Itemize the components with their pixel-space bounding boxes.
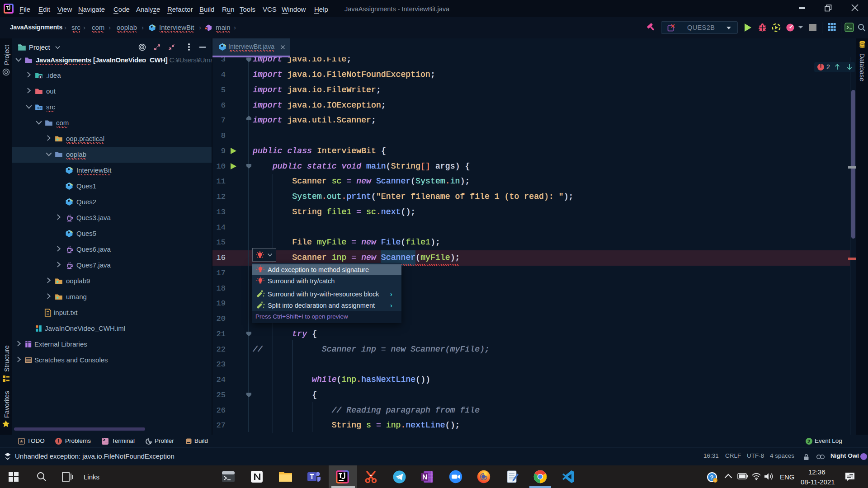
- svg-text:<>: <>: [37, 106, 42, 111]
- svg-text:i: i: [715, 479, 716, 483]
